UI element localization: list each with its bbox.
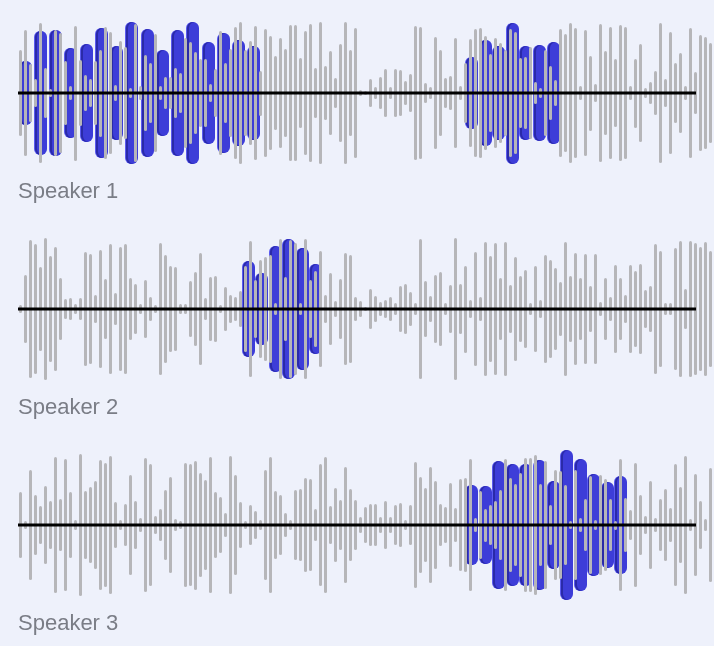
label-speaker-1: Speaker 1 (18, 178, 696, 204)
waveform-speaker-1 (18, 18, 696, 168)
speaker-tracks-container: Speaker 1Speaker 2Speaker 3 (18, 18, 696, 636)
track-speaker-1: Speaker 1 (18, 18, 696, 204)
center-axis (18, 308, 696, 311)
waveform-speaker-2 (18, 234, 696, 384)
track-speaker-3: Speaker 3 (18, 450, 696, 636)
label-speaker-3: Speaker 3 (18, 610, 696, 636)
center-axis (18, 92, 696, 95)
label-speaker-2: Speaker 2 (18, 394, 696, 420)
track-speaker-2: Speaker 2 (18, 234, 696, 420)
waveform-speaker-3 (18, 450, 696, 600)
center-axis (18, 524, 696, 527)
